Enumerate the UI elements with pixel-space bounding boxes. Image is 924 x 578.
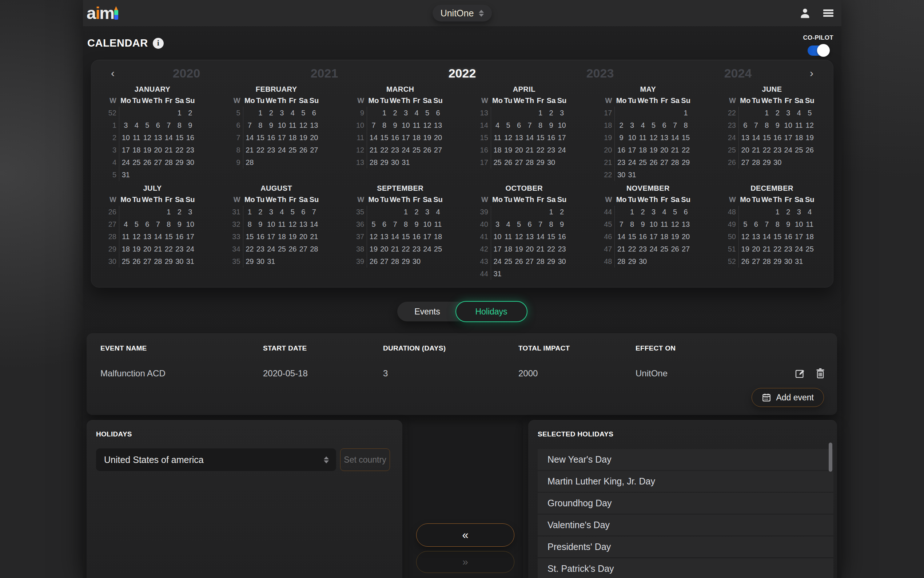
info-icon[interactable]: i [153,38,164,49]
months-grid: JANUARYWMoTuWeThFrSaSu521213456789210111… [108,84,816,280]
holiday-list-item[interactable]: New Year's Day [538,449,833,470]
day-cell: 14 [616,231,627,243]
week-row: 35293031 [232,255,321,268]
day-cell: 16 [255,231,266,243]
day-cell: 28 [368,156,379,169]
week-number: 21 [604,156,615,169]
day-cell: 25 [120,255,131,268]
day-cell: 20 [142,243,153,255]
weekday-header-row: WMoTuWeThFrSaSu [356,94,445,107]
week-col-header: W [604,94,615,107]
add-event-button[interactable]: Add event [752,388,824,407]
weekday-header-row: WMoTuWeThFrSaSu [232,193,321,206]
day-cell [432,255,443,268]
select-updown-icon [324,456,329,463]
day-cell [783,156,794,169]
week-number: 10 [356,119,367,132]
weekday-header: Mo [368,94,379,107]
week-row: 821222324252627 [232,144,321,156]
year-tab-2020[interactable]: 2020 [173,66,201,80]
weekday-header: Mo [120,193,131,206]
week-number: 52 [108,107,119,119]
unit-selector[interactable]: UnitOne [432,5,492,21]
copilot-toggle[interactable] [807,45,829,56]
day-cell: 8 [401,218,411,231]
day-cell: 11 [131,132,142,144]
tab-holidays[interactable]: Holidays [455,301,528,322]
day-cell: 31 [120,169,131,181]
selected-holidays-card: SELECTED HOLIDAYS New Year's DayMartin L… [528,420,837,578]
delete-event-button[interactable] [814,368,826,379]
event-row: Malfunction ACD2020-05-1832000UnitOne [100,368,826,379]
day-cell: 17 [492,243,503,255]
month-may: MAYWMoTuWeThFrSaSu1711823456781991011121… [604,84,692,181]
logo-letter-a: a [87,3,95,24]
weekday-header-row: WMoTuWeThFrSaSu [480,193,569,206]
day-cell: 17 [557,132,568,144]
day-cell: 27 [379,255,390,268]
weekday-header: Sa [670,193,681,206]
week-col-header: W [728,94,739,107]
day-cell: 1 [255,107,266,119]
day-cell [557,268,568,280]
year-tab-2021[interactable]: 2021 [311,66,338,80]
country-select[interactable]: United States of america [96,448,336,471]
day-cell: 22 [244,243,256,255]
holiday-list-item[interactable]: Groundhog Day [538,493,833,513]
day-cell: 31 [793,255,804,268]
move-holidays-left-button[interactable]: « [416,523,515,547]
holiday-list-item[interactable]: Presidents' Day [538,536,833,557]
day-cell: 10 [557,119,568,132]
day-cell [546,268,557,280]
weekday-header: Mo [244,193,256,206]
week-row: 1114151617181920 [356,132,445,144]
day-cell: 30 [783,255,794,268]
unit-selector-value: UnitOne [440,8,474,19]
day-cell [277,255,287,268]
week-row: 3315161718192021 [232,231,321,243]
week-row: 210111213141516 [108,132,197,144]
day-cell: 23 [411,243,422,255]
week-row: 182345678 [604,119,692,132]
edit-event-button[interactable] [794,368,806,379]
weekday-header: Tu [255,193,266,206]
next-year-chevron-icon[interactable]: › [807,68,816,79]
menu-button[interactable] [821,6,836,20]
week-number: 47 [604,243,615,255]
week-row: 199101112131415 [604,132,692,144]
day-cell [659,169,670,181]
holiday-list-item[interactable]: Martin Luther King, Jr. Day [538,471,833,492]
holiday-list-item[interactable]: Valentine's Day [538,515,833,536]
day-cell: 12 [298,119,309,132]
day-cell [503,268,514,280]
week-row: 3912 [480,206,569,218]
prev-year-chevron-icon[interactable]: ‹ [108,68,118,79]
set-country-button[interactable]: Set country [340,448,390,471]
user-account-button[interactable] [798,6,812,20]
set-country-label: Set country [344,455,386,465]
week-row: 4614151617181920 [604,231,692,243]
move-holidays-right-button[interactable]: » [416,551,515,573]
day-cell: 27 [740,156,751,169]
day-cell: 26 [648,156,659,169]
year-tab-2022[interactable]: 2022 [448,66,476,80]
day-cell: 18 [793,132,804,144]
weekday-header: Fr [783,94,794,107]
day-cell: 26 [287,243,298,255]
day-cell: 28 [244,156,256,169]
day-cell: 19 [648,144,659,156]
year-tab-2023[interactable]: 2023 [586,66,614,80]
week-number: 16 [480,144,491,156]
year-tab-2024[interactable]: 2024 [724,66,752,80]
day-cell: 3 [185,206,196,218]
scrollbar-thumb[interactable] [829,443,832,472]
day-cell: 13 [379,231,390,243]
week-row: 26123 [108,206,197,218]
event-total-impact: 2000 [518,369,636,378]
day-cell: 6 [153,119,164,132]
day-cell: 23 [390,144,401,156]
day-cell: 2 [174,206,185,218]
day-cell: 19 [514,243,524,255]
holiday-list-item[interactable]: St. Patrick's Day [538,559,833,578]
week-row: 2016171819202122 [604,144,692,156]
